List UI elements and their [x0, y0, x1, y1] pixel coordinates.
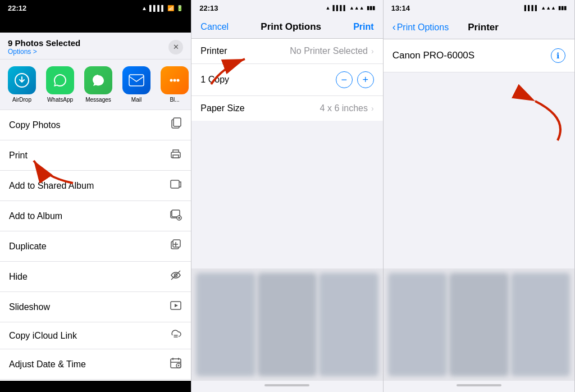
action-slideshow[interactable]: Slideshow [0, 292, 191, 322]
back-chevron-icon: ‹ [393, 21, 396, 33]
svg-rect-14 [173, 240, 180, 247]
decrement-button[interactable]: − [336, 71, 353, 88]
adjust-date-icon [170, 357, 182, 372]
red-arrow-canon [479, 73, 569, 146]
cancel-button[interactable]: Cancel [200, 22, 229, 32]
print-icon [170, 148, 182, 163]
svg-rect-8 [173, 155, 179, 158]
printer-info-button[interactable]: ℹ [551, 48, 565, 63]
copy-icloud-icon [170, 330, 182, 341]
printer-row-value: No Printer Selected › [290, 46, 373, 56]
app-icon-airdrop[interactable]: AirDrop [8, 66, 36, 103]
wifi-icon-2: ▲▲▲ [349, 5, 364, 11]
phone-panel-1: 22:12 ▲ ▌▌▌▌ 📶 🔋 9 Photos Selected Optio… [0, 0, 191, 392]
app-icons-row: AirDrop WhatsApp Messages [0, 60, 191, 110]
share-title: 9 Photos Selected [8, 38, 80, 48]
thumb-2 [258, 273, 317, 376]
duplicate-label: Duplicate [9, 241, 47, 252]
action-copy-photos[interactable]: Copy Photos [0, 110, 191, 140]
no-printer-text: No Printer Selected [290, 46, 368, 56]
duplicate-icon [170, 239, 182, 254]
mail-label: Mail [131, 97, 142, 103]
home-bar-1 [73, 385, 118, 388]
info-icon: ℹ [556, 51, 559, 60]
whatsapp-label: WhatsApp [47, 97, 73, 103]
paper-size-row[interactable]: Paper Size 4 x 6 inches › [191, 96, 382, 121]
printer-chevron-icon: › [371, 47, 374, 56]
share-header: 9 Photos Selected Options > ✕ [0, 33, 191, 60]
svg-point-4 [177, 79, 180, 82]
wifi-icon: 📶 [167, 5, 174, 11]
printer-nav: ‹ Print Options Printer [384, 16, 574, 39]
action-duplicate[interactable]: Duplicate [0, 231, 191, 262]
time-3: 13:14 [391, 4, 410, 12]
app-icon-messages[interactable]: Messages [84, 66, 112, 103]
dark-top [0, 16, 191, 33]
back-label: Print Options [397, 22, 449, 33]
status-bar-2: 22:13 ▲ ▌▌▌▌ ▲▲▲ ▮▮▮ [191, 0, 382, 16]
app-icon-whatsapp[interactable]: WhatsApp [46, 66, 74, 103]
battery-icon: 🔋 [176, 5, 183, 11]
app-icon-more[interactable]: Bl... [161, 66, 189, 103]
location-icon: ▲ [142, 5, 147, 11]
app-icon-mail[interactable]: Mail [122, 66, 150, 103]
time-1: 22:12 [8, 4, 26, 12]
blurred-thumbnails-3 [384, 268, 574, 381]
thumb-3-2 [449, 273, 508, 376]
battery-icon-2: ▮▮▮ [367, 5, 375, 11]
signal-icon: ▌▌▌▌ [149, 5, 165, 11]
whatsapp-icon [46, 66, 74, 94]
back-button[interactable]: ‹ Print Options [393, 21, 449, 33]
svg-rect-1 [129, 75, 144, 86]
slideshow-label: Slideshow [9, 302, 50, 312]
copy-photos-icon [170, 117, 182, 133]
home-indicator-2 [191, 380, 382, 391]
paper-size-value: 4 x 6 inches › [320, 103, 374, 113]
share-close-button[interactable]: ✕ [168, 40, 183, 54]
messages-icon [84, 66, 112, 94]
red-arrow-printer [200, 45, 284, 90]
more-label: Bl... [170, 97, 179, 103]
add-album-label: Add to Album [9, 211, 62, 221]
slideshow-icon [170, 299, 182, 314]
home-indicator-3 [384, 380, 574, 391]
action-hide[interactable]: Hide [0, 262, 191, 292]
svg-rect-9 [171, 180, 179, 188]
printer-item-canon[interactable]: Canon PRO-6000S ℹ [384, 39, 574, 72]
more-icon-app [161, 66, 189, 94]
print-options-nav: Cancel Print Options Print [191, 16, 382, 39]
action-add-album[interactable]: Add to Album [0, 201, 191, 231]
mail-icon [122, 66, 150, 94]
status-icons-3: ▌▌▌▌ ▲▲▲ ▮▮▮ [524, 5, 567, 11]
hide-label: Hide [9, 272, 28, 282]
thumb-1 [196, 273, 255, 376]
paper-size-chevron-icon: › [371, 104, 374, 113]
action-adjust-date[interactable]: Adjust Date & Time [0, 349, 191, 380]
phone-panel-3: 13:14 ▌▌▌▌ ▲▲▲ ▮▮▮ ‹ Print Options Print… [384, 0, 575, 392]
add-shared-album-icon [170, 178, 182, 193]
copy-icloud-label: Copy iCloud Link [9, 331, 77, 341]
share-header-info: 9 Photos Selected Options > [8, 38, 80, 56]
time-2: 22:13 [199, 4, 218, 12]
location-icon-2: ▲ [325, 5, 330, 11]
canon-printer-name: Canon PRO-6000S [393, 50, 474, 61]
increment-button[interactable]: + [357, 71, 374, 88]
status-icons-2: ▲ ▌▌▌▌ ▲▲▲ ▮▮▮ [325, 5, 375, 11]
status-bar-1: 22:12 ▲ ▌▌▌▌ 📶 🔋 [0, 0, 191, 16]
print-button[interactable]: Print [353, 22, 373, 32]
home-indicator-1 [0, 381, 191, 392]
signal-icon-3: ▌▌▌▌ [524, 5, 539, 11]
add-album-icon [170, 208, 182, 224]
share-options[interactable]: Options > [8, 48, 80, 56]
printer-title: Printer [468, 22, 499, 33]
messages-label: Messages [85, 97, 111, 103]
svg-rect-6 [174, 118, 181, 126]
blurred-thumbnails [191, 268, 382, 381]
status-bar-3: 13:14 ▌▌▌▌ ▲▲▲ ▮▮▮ [384, 0, 574, 16]
action-copy-icloud[interactable]: Copy iCloud Link [0, 322, 191, 349]
copy-photos-label: Copy Photos [9, 120, 61, 130]
home-bar-2 [264, 384, 309, 386]
adjust-date-label: Adjust Date & Time [9, 359, 86, 370]
thumb-3-1 [388, 273, 447, 376]
home-bar-3 [457, 384, 501, 386]
